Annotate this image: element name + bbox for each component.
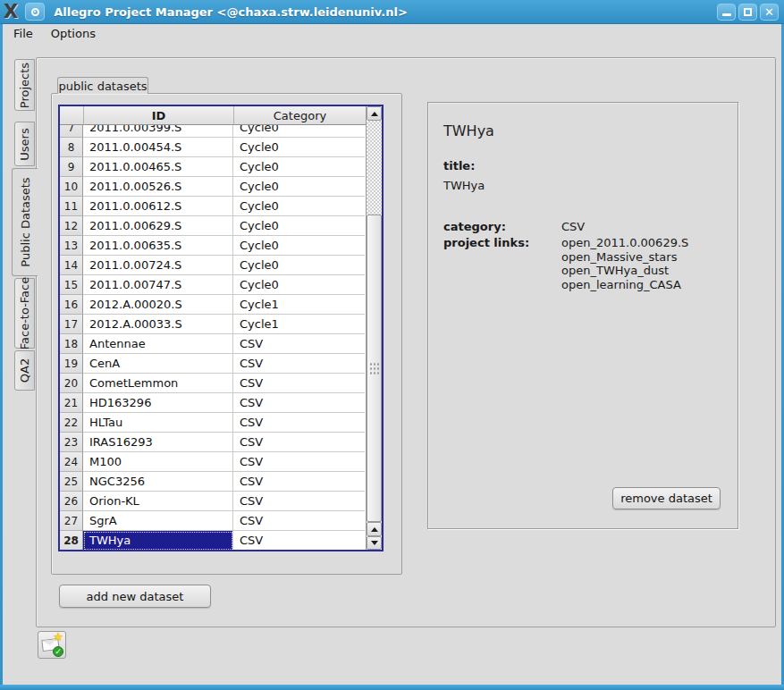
table-row[interactable]: 162012.A.00020.SCycle1 [60,295,366,315]
row-number[interactable]: 28 [60,531,83,550]
row-number[interactable]: 25 [60,472,83,492]
row-number[interactable]: 19 [60,354,83,374]
cell-category[interactable]: CSV [233,393,365,413]
table-row[interactable]: 72011.0.00399.SCycle0 [60,125,366,138]
row-number[interactable]: 20 [60,374,83,393]
add-dataset-button[interactable]: add new dataset [59,585,211,608]
remove-dataset-button[interactable]: remove dataset [612,487,721,509]
header-rownum[interactable] [60,106,84,125]
tab-qa2[interactable]: QA2 [14,350,35,391]
tab-users[interactable]: Users [14,122,35,166]
row-number[interactable]: 27 [60,511,83,531]
cell-id[interactable]: Orion-KL [83,492,233,511]
cell-category[interactable]: Cycle0 [233,256,365,275]
header-category[interactable]: Category [234,106,366,125]
cell-category[interactable]: CSV [233,452,365,472]
table-row[interactable]: 132011.0.00635.SCycle0 [60,236,366,256]
cell-id[interactable]: CenA [83,354,233,374]
table-row[interactable]: 22HLTauCSV [60,413,366,433]
scroll-up-button-bottom[interactable] [367,522,382,536]
table-row[interactable]: 18AntennaeCSV [60,334,366,354]
row-number[interactable]: 12 [60,216,83,236]
cell-id[interactable]: 2011.0.00465.S [83,157,233,177]
table-row[interactable]: 20CometLemmonCSV [60,374,366,393]
table-row[interactable]: 112011.0.00612.SCycle0 [60,197,366,216]
cell-category[interactable]: Cycle0 [233,216,365,236]
cell-id[interactable]: M100 [83,452,233,472]
row-number[interactable]: 26 [60,492,83,511]
cell-category[interactable]: CSV [233,354,365,374]
cell-category[interactable]: Cycle0 [233,177,365,197]
row-number[interactable]: 14 [60,256,83,275]
cell-id[interactable]: 2011.0.00399.S [83,125,233,138]
table-row[interactable]: 28TWHyaCSV [60,531,366,550]
row-number[interactable]: 15 [60,275,83,295]
table-row[interactable]: 82011.0.00454.SCycle0 [60,138,366,157]
table-row[interactable]: 26Orion-KLCSV [60,492,366,511]
cell-category[interactable]: CSV [233,413,365,433]
cell-category[interactable]: Cycle0 [233,125,365,138]
row-number[interactable]: 24 [60,452,83,472]
scroll-down-button[interactable] [367,536,382,550]
row-number[interactable]: 13 [60,236,83,256]
close-button[interactable]: ✕ [760,4,779,21]
titlebar[interactable]: X Allegro Project Manager <@chaxa.strw.l… [0,0,784,24]
cell-category[interactable]: CSV [233,492,365,511]
cell-id[interactable]: 2011.0.00629.S [83,216,233,236]
row-number[interactable]: 16 [60,295,83,315]
cell-category[interactable]: CSV [233,433,365,452]
row-number[interactable]: 8 [60,138,83,157]
cell-category[interactable]: CSV [233,531,365,550]
cell-id[interactable]: 2011.0.00724.S [83,256,233,275]
cell-id[interactable]: Antennae [83,334,233,354]
status-icon-button[interactable]: ★ ✓ [38,631,66,659]
menu-item-options[interactable]: Options [51,27,96,40]
cell-category[interactable]: CSV [233,374,365,393]
minimize-button[interactable] [717,4,736,21]
row-number[interactable]: 7 [60,125,83,138]
row-number[interactable]: 21 [60,393,83,413]
cell-id[interactable]: HD163296 [83,393,233,413]
cell-category[interactable]: CSV [233,511,365,531]
cell-id[interactable]: IRAS16293 [83,433,233,452]
cell-id[interactable]: HLTau [83,413,233,433]
cell-id[interactable]: SgrA [83,511,233,531]
vertical-scrollbar[interactable] [366,106,382,550]
tab-public-datasets[interactable]: Public Datasets [12,168,38,276]
row-number[interactable]: 18 [60,334,83,354]
cell-category[interactable]: Cycle0 [233,236,365,256]
maximize-button[interactable] [738,4,757,21]
cell-id[interactable]: NGC3256 [83,472,233,492]
cell-id[interactable]: 2011.0.00454.S [83,138,233,157]
header-id[interactable]: ID [84,106,234,125]
menu-item-file[interactable]: File [13,27,33,40]
table-row[interactable]: 19CenACSV [60,354,366,374]
row-number[interactable]: 22 [60,413,83,433]
row-number[interactable]: 11 [60,197,83,216]
cell-id[interactable]: 2011.0.00526.S [83,177,233,197]
cell-category[interactable]: CSV [233,472,365,492]
tab-public-datasets-inner[interactable]: public datasets [57,77,148,94]
cell-category[interactable]: Cycle1 [233,295,365,315]
table-row[interactable]: 122011.0.00629.SCycle0 [60,216,366,236]
cell-id[interactable]: 2012.A.00033.S [83,315,233,334]
table-row[interactable]: 24M100CSV [60,452,366,472]
cell-id[interactable]: CometLemmon [83,374,233,393]
table-row[interactable]: 172012.A.00033.SCycle1 [60,315,366,334]
table-row[interactable]: 102011.0.00526.SCycle0 [60,177,366,197]
scroll-up-button[interactable] [367,106,382,121]
row-number[interactable]: 23 [60,433,83,452]
cell-id[interactable]: 2011.0.00612.S [83,197,233,216]
table-row[interactable]: 23IRAS16293CSV [60,433,366,452]
cell-id[interactable]: 2011.0.00747.S [83,275,233,295]
table-row[interactable]: 92011.0.00465.SCycle0 [60,157,366,177]
cell-id[interactable]: TWHya [83,531,233,550]
cell-category[interactable]: Cycle0 [233,138,365,157]
window-menu-button[interactable] [25,3,45,21]
table-row[interactable]: 27SgrACSV [60,511,366,531]
cell-id[interactable]: 2012.A.00020.S [83,295,233,315]
cell-category[interactable]: Cycle1 [233,315,365,334]
table-row[interactable]: 142011.0.00724.SCycle0 [60,256,366,275]
tab-projects[interactable]: Projects [14,59,35,111]
row-number[interactable]: 9 [60,157,83,177]
